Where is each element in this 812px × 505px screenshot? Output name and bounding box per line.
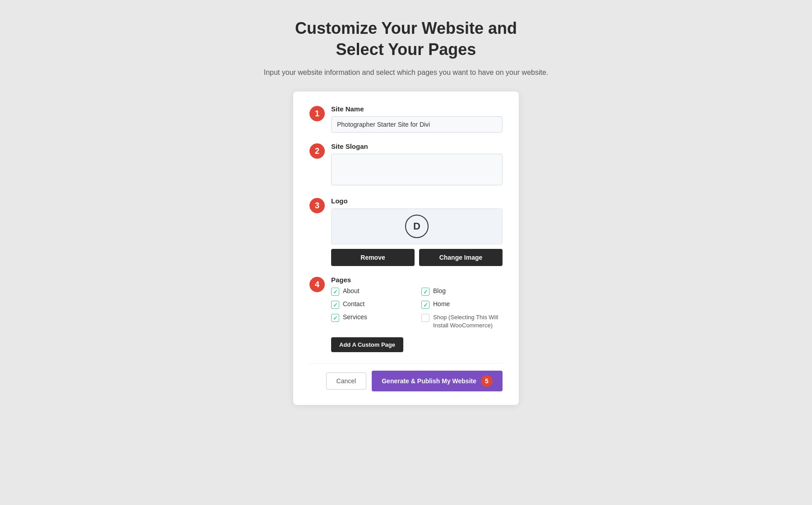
site-name-section: 1 Site Name (309, 105, 503, 133)
contact-checkbox[interactable]: ✓ (331, 301, 339, 309)
publish-label: Generate & Publish My Website (382, 377, 476, 385)
add-custom-page-button[interactable]: Add A Custom Page (331, 337, 403, 352)
site-name-content: Site Name (331, 105, 503, 133)
site-name-label: Site Name (331, 105, 503, 113)
step-3-badge: 3 (309, 198, 325, 213)
blog-checkbox[interactable]: ✓ (421, 288, 429, 296)
pages-content: Pages ✓ About ✓ Blog (331, 276, 503, 352)
site-name-input[interactable] (331, 116, 503, 133)
site-slogan-input[interactable] (331, 154, 503, 185)
pages-label: Pages (331, 276, 503, 284)
list-item: ✓ Home (421, 300, 503, 309)
change-image-button[interactable]: Change Image (419, 249, 503, 266)
cancel-button[interactable]: Cancel (326, 372, 367, 390)
form-card: 1 Site Name 2 Site Slogan 3 Logo D Remov… (293, 92, 519, 404)
action-row: Cancel Generate & Publish My Website 5 (309, 363, 503, 391)
about-label: About (343, 287, 360, 294)
logo-content: Logo D Remove Change Image (331, 197, 503, 266)
step-1-badge: 1 (309, 106, 325, 121)
home-checkbox[interactable]: ✓ (421, 301, 429, 309)
logo-button-row: Remove Change Image (331, 249, 503, 266)
home-checkmark: ✓ (423, 302, 428, 308)
logo-placeholder: D (331, 208, 503, 244)
pages-section: 4 Pages ✓ About ✓ Blog (309, 276, 503, 352)
home-label: Home (433, 300, 450, 308)
contact-label: Contact (343, 300, 364, 308)
pages-grid: ✓ About ✓ Blog ✓ Contact (331, 287, 503, 330)
step-4-badge: 4 (309, 277, 325, 292)
logo-section: 3 Logo D Remove Change Image (309, 197, 503, 266)
shop-checkbox[interactable] (421, 314, 429, 322)
list-item: Shop (Selecting This Will Install WooCom… (421, 313, 503, 330)
about-checkmark: ✓ (333, 289, 338, 295)
site-slogan-label: Site Slogan (331, 142, 503, 150)
services-label: Services (343, 313, 367, 321)
services-checkbox[interactable]: ✓ (331, 314, 339, 322)
services-checkmark: ✓ (333, 315, 338, 321)
blog-label: Blog (433, 287, 446, 294)
site-slogan-content: Site Slogan (331, 142, 503, 187)
publish-button[interactable]: Generate & Publish My Website 5 (372, 371, 503, 391)
page-title: Customize Your Website and Select Your P… (264, 18, 549, 60)
contact-checkmark: ✓ (333, 302, 338, 308)
remove-logo-button[interactable]: Remove (331, 249, 415, 266)
page-subtitle: Input your website information and selec… (264, 67, 549, 78)
page-header: Customize Your Website and Select Your P… (264, 18, 549, 78)
list-item: ✓ Services (331, 313, 412, 330)
list-item: ✓ About (331, 287, 412, 296)
list-item: ✓ Blog (421, 287, 503, 296)
logo-icon: D (405, 215, 429, 238)
about-checkbox[interactable]: ✓ (331, 288, 339, 296)
blog-checkmark: ✓ (423, 289, 428, 295)
logo-label: Logo (331, 197, 503, 205)
step-5-badge: 5 (481, 375, 493, 387)
shop-label: Shop (Selecting This Will Install WooCom… (433, 313, 503, 330)
list-item: ✓ Contact (331, 300, 412, 309)
step-2-badge: 2 (309, 143, 325, 159)
site-slogan-section: 2 Site Slogan (309, 142, 503, 187)
